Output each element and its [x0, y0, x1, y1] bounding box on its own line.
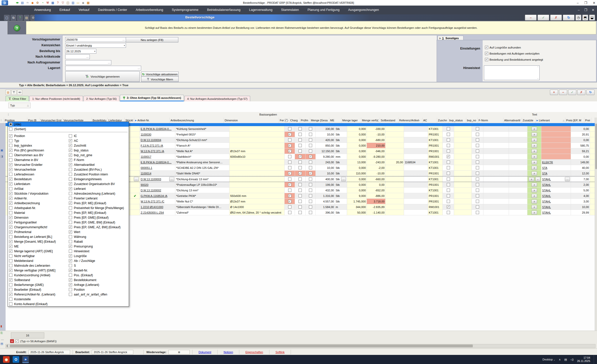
horizontal-scrollbar[interactable]: ❮ [6, 344, 595, 348]
row-checkbox[interactable] [447, 189, 450, 192]
chooser-item[interactable]: Menge verfügbar (ART) [GME] [8, 268, 68, 273]
cell-artikel-nr-[interactable]: G.PKW.A-1168534 /A [140, 193, 175, 198]
chooser-item[interactable]: Bestelldokument [68, 278, 127, 282]
chooser-checkbox[interactable] [9, 123, 12, 126]
cell-artikelbezeichnung[interactable]: *Kühlung Sensoreinheit* [175, 126, 229, 131]
chooser-checkbox[interactable] [9, 249, 12, 253]
chooser-checkbox[interactable] [9, 182, 12, 186]
cell-zuschn[interactable] [443, 148, 454, 154]
cell-charg[interactable] [295, 148, 306, 154]
chooser-checkbox[interactable] [69, 245, 72, 248]
cell-menge-verf-[interactable]: 210,00 [367, 143, 386, 148]
lieferant-link[interactable]: STAHL [542, 211, 551, 214]
row-checkbox[interactable] [309, 200, 312, 203]
menu-item-dashboards-center[interactable]: Dashboards / Center [94, 6, 131, 14]
cell-referenz-artikel-[interactable] [404, 204, 428, 210]
chooser-checkbox[interactable] [9, 197, 12, 200]
cell-menge-lager[interactable]: 0,000 [347, 182, 367, 187]
chooser-checkbox[interactable] [9, 278, 12, 282]
chooser-checkbox[interactable] [69, 240, 72, 243]
tool-icon[interactable]: ⚒ [46, 1, 50, 5]
col-header-preis-ep-m[interactable]: Preis [EP, M [565, 118, 584, 123]
cell-referenz-artikel-[interactable]: 1168534 [404, 160, 428, 165]
cell-menge-verf-[interactable]: -2,00 [367, 165, 386, 170]
clock-icon[interactable]: ◷ [575, 15, 581, 20]
cell-charg[interactable] [295, 160, 306, 165]
chooser-item[interactable]: Kundenzuordnung (Artikel) [8, 273, 68, 278]
row-checkbox[interactable] [309, 172, 312, 175]
cell-zusatzte[interactable]: a [527, 193, 541, 198]
cell-menge-gesa[interactable]: 9.280,00 [316, 154, 335, 159]
cell-artikel-nr-[interactable]: W.13.N-272.371 /A [140, 148, 175, 154]
zusatztext-button[interactable]: a [531, 199, 537, 203]
cell-menge-verf-[interactable]: -660,00 [367, 176, 386, 182]
window-icon[interactable]: ▢ [4, 15, 10, 20]
cell-me[interactable]: Stk… [335, 176, 347, 182]
cell-bvp_no[interactable] [472, 210, 483, 215]
chooser-checkbox[interactable] [69, 173, 72, 176]
cell-dimension[interactable] [229, 182, 285, 187]
cell-menge-verf-[interactable]: -330,00 [367, 126, 386, 131]
softlink-link[interactable]: Softlink [275, 351, 285, 354]
artikel-nr-link[interactable]: W.13.N-272.371 /A [141, 150, 164, 153]
package-icon[interactable]: ⬒ [582, 15, 588, 20]
col-header-lieferant[interactable]: ▶Lieferant△ [536, 118, 565, 123]
cell-artikel-nr-[interactable]: F.13.N-272.371 /A [140, 143, 175, 148]
chooser-item[interactable]: Typ [8, 138, 68, 143]
cell-artikelbezeichnung[interactable]: *Platine Ansteuerung eine Sensorei… [175, 160, 229, 165]
chooser-item[interactable]: Menge [Gesamt, ME] (Einkauf) [8, 239, 68, 244]
row-checkbox[interactable] [476, 194, 479, 197]
cell-dimension[interactable]: Ø53 mm, 64 Zähne, 20 ° schräg verzahnt [229, 210, 285, 215]
chooser-item[interactable]: Zusatztext Organisatorisch BV [68, 181, 127, 186]
chooser-item[interactable]: Beistellung an Lieferant [BL] [8, 234, 68, 239]
cell-bvp_no[interactable] [472, 143, 483, 148]
sheet-icon[interactable]: ▦ [86, 1, 90, 5]
row-checkbox[interactable] [288, 127, 291, 130]
chooser-item-special[interactable]: (Sortiert) [8, 127, 129, 131]
zusatz-dropdown-icon[interactable]: ⌄ [535, 177, 540, 181]
zusatztext-button[interactable]: a [531, 188, 537, 192]
cell-me[interactable]: Stk [335, 188, 347, 193]
cell-menge-lager[interactable]: 0,000 [347, 154, 367, 159]
menu-item-ausgangsrechnungen[interactable]: Ausgangsrechnungen [344, 6, 383, 14]
cell-dimension[interactable]: 550x600 mm [229, 193, 285, 198]
chooser-checkbox[interactable] [9, 153, 12, 157]
group-by-typ[interactable]: Typ△ [8, 103, 31, 108]
accept-button[interactable]: ✓ [568, 90, 576, 95]
cell-referenz-artikel-[interactable] [404, 126, 428, 131]
chooser-item[interactable]: Artikel-Nr. [8, 196, 68, 201]
cell-referenz-artikel-[interactable] [404, 137, 428, 143]
row-checkbox[interactable] [309, 189, 312, 192]
zusatztext-button[interactable]: a [531, 205, 537, 209]
cell-ac[interactable]: RM1001 [428, 204, 443, 210]
chooser-item[interactable]: Chargennummernpflicht! [8, 225, 68, 230]
cell-lieferant[interactable]: STAHL [541, 204, 571, 210]
lieferant-link[interactable]: STAHL [542, 189, 551, 192]
row-checkbox[interactable] [476, 177, 479, 181]
drag-grip-icon[interactable]: ⁞⁞ [8, 113, 8, 116]
col-header-me[interactable]: ME [329, 118, 342, 123]
cell-st-ckl[interactable] [130, 188, 140, 193]
cell-menge-gesa[interactable]: 4.557,00 [316, 199, 335, 204]
chooser-item[interactable]: Verursacher Ersteller [8, 162, 68, 167]
menu-item-anwendung[interactable]: Anwendung [30, 6, 55, 14]
cell-menge-verf-[interactable]: -652,00 [367, 188, 386, 193]
cell-fer[interactable] [285, 148, 295, 154]
cell-bvp_no[interactable] [472, 188, 483, 193]
cell-dimension[interactable]: Ø 14x1000 [229, 204, 285, 210]
zusatztext-button[interactable]: a [529, 177, 534, 181]
col-header-zuschn[interactable]: Zuschn [437, 118, 449, 123]
row-checkbox[interactable] [476, 144, 479, 147]
cell-zuschn[interactable] [443, 182, 454, 187]
cell-artikelbezeichnung[interactable]: *Pratzenauflage LP 106x108x10* [175, 182, 229, 187]
cell-artikel-nr-[interactable]: E.B.PKW.A-1168534-0… [140, 160, 175, 165]
cell-sollbestand[interactable] [386, 137, 404, 143]
cell-lieferant[interactable] [541, 143, 571, 148]
cell-menge-verf-[interactable]: -946,00 [367, 148, 386, 154]
cell-zuschn[interactable] [443, 137, 454, 143]
zusatztext-button[interactable]: a [531, 144, 537, 148]
chooser-item[interactable]: Arbeitspaket-Nr. [8, 206, 68, 210]
row-checkbox[interactable] [298, 211, 302, 214]
cell-me[interactable]: Stk [335, 199, 347, 204]
header-checkbox[interactable] [285, 119, 288, 122]
